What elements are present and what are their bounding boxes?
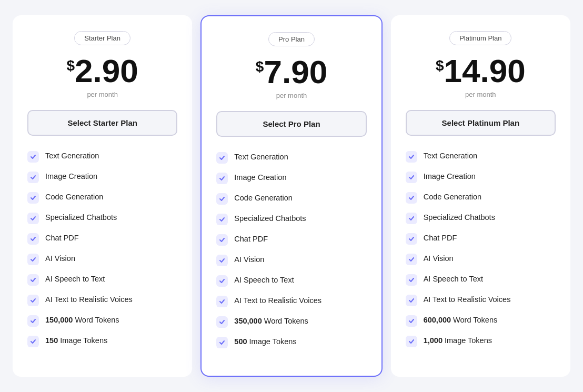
check-icon <box>27 315 39 327</box>
check-icon <box>27 233 39 245</box>
list-item: AI Text to Realistic Voices <box>216 295 366 307</box>
plan-price-container-starter: $2.90 <box>27 55 177 87</box>
feature-text: Specialized Chatbots <box>45 212 117 223</box>
check-icon <box>406 213 417 224</box>
list-item: 500 Image Tokens <box>216 336 366 348</box>
list-item: Chat PDF <box>406 233 556 245</box>
feature-text: Image Creation <box>45 171 97 182</box>
list-item: Specialized Chatbots <box>216 213 366 225</box>
feature-text: 1,000 Image Tokens <box>424 335 492 346</box>
list-item: Text Generation <box>216 152 366 164</box>
list-item: AI Text to Realistic Voices <box>406 294 556 306</box>
check-icon <box>27 172 39 183</box>
plan-name-pro: Pro Plan <box>268 32 315 46</box>
list-item: AI Speech to Text <box>406 274 556 286</box>
check-icon <box>216 152 228 164</box>
list-item: 1,000 Image Tokens <box>406 335 556 347</box>
feature-text: AI Vision <box>45 253 75 264</box>
plan-period-pro: per month <box>216 92 366 99</box>
list-item: 150,000 Word Tokens <box>27 315 177 327</box>
check-icon <box>406 274 417 286</box>
check-icon <box>27 336 39 347</box>
list-item: Code Generation <box>216 193 366 205</box>
list-item: Specialized Chatbots <box>406 212 556 224</box>
check-icon <box>216 337 228 348</box>
feature-text: Text Generation <box>45 150 99 161</box>
list-item: 150 Image Tokens <box>27 335 177 347</box>
feature-text: Code Generation <box>424 192 481 202</box>
feature-text: AI Vision <box>234 254 264 265</box>
list-item: AI Vision <box>27 253 177 265</box>
feature-text: AI Text to Realistic Voices <box>424 294 511 305</box>
features-list-pro: Text Generation Image Creation Code Gene… <box>216 152 366 348</box>
feature-text: AI Speech to Text <box>45 274 105 284</box>
check-icon <box>216 275 228 287</box>
feature-text: Specialized Chatbots <box>234 213 306 224</box>
plan-name-platinum: Platinum Plan <box>449 31 511 45</box>
check-icon <box>406 151 417 163</box>
feature-text: 150 Image Tokens <box>45 335 107 346</box>
list-item: Text Generation <box>27 150 177 163</box>
check-icon <box>216 193 228 205</box>
plan-name-starter: Starter Plan <box>74 31 130 45</box>
check-icon <box>406 315 417 327</box>
plan-card-pro: Pro Plan$7.90per monthSelect Pro Plan Te… <box>200 15 382 377</box>
feature-text: Image Creation <box>424 171 476 182</box>
feature-text: AI Text to Realistic Voices <box>234 295 321 306</box>
plan-period-starter: per month <box>27 91 177 98</box>
check-icon <box>406 336 417 347</box>
features-list-platinum: Text Generation Image Creation Code Gene… <box>406 150 556 347</box>
check-icon <box>406 254 417 265</box>
list-item: Chat PDF <box>216 234 366 246</box>
features-list-starter: Text Generation Image Creation Code Gene… <box>27 150 177 347</box>
plan-price-container-platinum: $14.90 <box>406 55 556 87</box>
list-item: Code Generation <box>27 192 177 204</box>
select-plan-button-starter[interactable]: Select Starter Plan <box>27 110 177 136</box>
list-item: Chat PDF <box>27 233 177 245</box>
check-icon <box>216 234 228 246</box>
list-item: 600,000 Word Tokens <box>406 315 556 327</box>
check-icon <box>216 173 228 184</box>
feature-text: Chat PDF <box>234 234 268 244</box>
check-icon <box>216 214 228 225</box>
feature-text: Chat PDF <box>45 233 79 243</box>
feature-text: Image Creation <box>234 172 286 183</box>
feature-text: Text Generation <box>424 150 477 161</box>
feature-text: 500 Image Tokens <box>234 336 296 347</box>
plan-card-starter: Starter Plan$2.90per monthSelect Starter… <box>13 15 192 377</box>
check-icon <box>27 254 39 265</box>
list-item: AI Vision <box>216 254 366 266</box>
feature-text: Chat PDF <box>424 233 457 243</box>
list-item: AI Speech to Text <box>216 275 366 287</box>
plan-price-platinum: $14.90 <box>406 55 556 87</box>
check-icon <box>406 233 417 245</box>
list-item: 350,000 Word Tokens <box>216 316 366 328</box>
list-item: AI Vision <box>406 253 556 265</box>
check-icon <box>406 172 417 183</box>
feature-text: 150,000 Word Tokens <box>45 315 119 325</box>
feature-text: AI Speech to Text <box>424 274 483 284</box>
plan-card-platinum: Platinum Plan$14.90per monthSelect Plati… <box>391 15 570 377</box>
check-icon <box>27 295 39 306</box>
plan-price-pro: $7.90 <box>216 56 366 88</box>
feature-text: Specialized Chatbots <box>424 212 495 223</box>
feature-text: 350,000 Word Tokens <box>234 316 308 326</box>
feature-text: Code Generation <box>45 192 103 202</box>
feature-text: Code Generation <box>234 193 292 203</box>
check-icon <box>27 274 39 286</box>
check-icon <box>216 316 228 328</box>
pricing-container: Starter Plan$2.90per monthSelect Starter… <box>13 15 570 377</box>
list-item: Code Generation <box>406 192 556 204</box>
list-item: Image Creation <box>27 171 177 183</box>
feature-text: AI Vision <box>424 253 454 264</box>
select-plan-button-platinum[interactable]: Select Platinum Plan <box>406 110 556 136</box>
list-item: AI Speech to Text <box>27 274 177 286</box>
list-item: Image Creation <box>406 171 556 183</box>
plan-price-container-pro: $7.90 <box>216 56 366 88</box>
check-icon <box>216 255 228 266</box>
plan-price-starter: $2.90 <box>27 55 177 87</box>
feature-text: AI Speech to Text <box>234 275 294 285</box>
select-plan-button-pro[interactable]: Select Pro Plan <box>216 111 366 137</box>
check-icon <box>27 213 39 224</box>
check-icon <box>216 296 228 307</box>
